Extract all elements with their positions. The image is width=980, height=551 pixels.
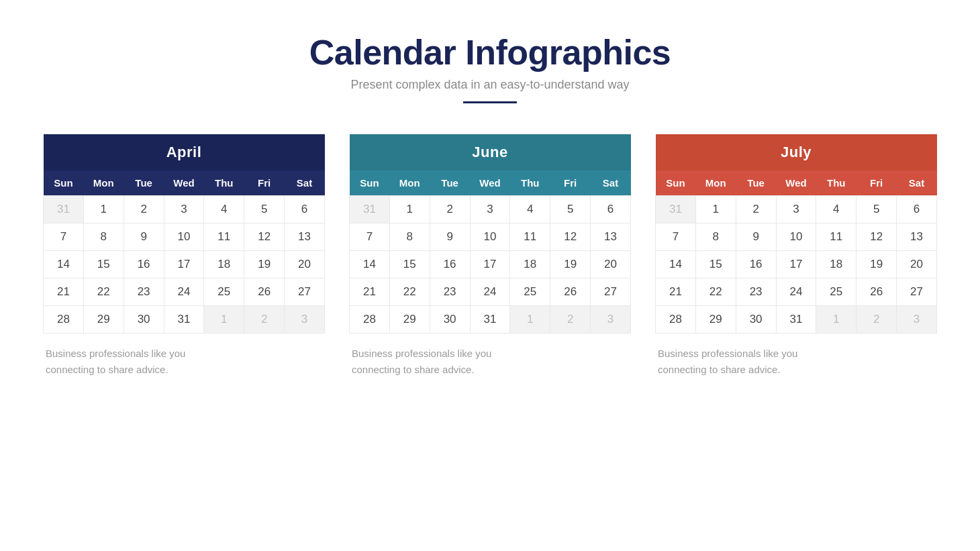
- calendars-row: AprilSunMonTueWedThuFriSat31123456789101…: [43, 134, 937, 378]
- date-cell-28: 28: [350, 306, 390, 334]
- date-cell-29: 29: [695, 306, 736, 334]
- day-header-Sun: Sun: [350, 170, 390, 196]
- date-cell-2: 2: [124, 196, 164, 223]
- date-cell-27: 27: [285, 279, 325, 306]
- date-cell-26: 26: [856, 279, 897, 306]
- date-cell-22: 22: [695, 279, 736, 306]
- date-cell-2: 2: [430, 196, 470, 223]
- month-label-april: April: [44, 134, 325, 170]
- date-cell-5: 5: [856, 196, 897, 223]
- week-row-3: 21222324252627: [350, 279, 631, 306]
- day-header-Tue: Tue: [736, 170, 776, 196]
- date-cell-29: 29: [389, 306, 430, 334]
- date-cell-3: 3: [285, 306, 325, 334]
- date-cell-5: 5: [550, 196, 591, 223]
- date-cell-31: 31: [164, 306, 204, 334]
- date-cell-7: 7: [656, 223, 696, 251]
- day-header-Thu: Thu: [510, 170, 550, 196]
- date-cell-31: 31: [776, 306, 816, 334]
- date-cell-10: 10: [164, 223, 204, 251]
- date-cell-2: 2: [550, 306, 591, 334]
- date-cell-15: 15: [695, 251, 736, 279]
- date-cell-13: 13: [285, 223, 325, 251]
- week-row-0: 31123456: [44, 196, 325, 223]
- calendar-caption-june: Business professionals like youconnectin…: [349, 346, 491, 378]
- week-row-1: 78910111213: [656, 223, 937, 251]
- day-header-Fri: Fri: [244, 170, 285, 196]
- date-cell-14: 14: [44, 251, 84, 279]
- page-title: Calendar Infographics: [309, 32, 671, 72]
- date-cell-29: 29: [83, 306, 124, 334]
- week-row-3: 21222324252627: [656, 279, 937, 306]
- date-cell-25: 25: [816, 279, 856, 306]
- day-header-Sat: Sat: [897, 170, 937, 196]
- week-row-4: 28293031123: [44, 306, 325, 334]
- date-cell-4: 4: [816, 196, 856, 223]
- day-header-Fri: Fri: [856, 170, 897, 196]
- date-cell-13: 13: [897, 223, 937, 251]
- date-cell-7: 7: [350, 223, 390, 251]
- date-cell-30: 30: [124, 306, 164, 334]
- date-cell-17: 17: [164, 251, 204, 279]
- date-cell-15: 15: [83, 251, 124, 279]
- date-cell-30: 30: [430, 306, 470, 334]
- date-cell-31: 31: [44, 196, 84, 223]
- divider: [463, 101, 517, 103]
- date-cell-8: 8: [83, 223, 124, 251]
- date-cell-16: 16: [736, 251, 776, 279]
- date-cell-24: 24: [470, 279, 510, 306]
- date-cell-1: 1: [389, 196, 430, 223]
- date-cell-9: 9: [736, 223, 776, 251]
- date-cell-27: 27: [591, 279, 631, 306]
- date-cell-1: 1: [695, 196, 736, 223]
- date-cell-16: 16: [124, 251, 164, 279]
- date-cell-25: 25: [204, 279, 244, 306]
- date-cell-20: 20: [897, 251, 937, 279]
- calendar-caption-july: Business professionals like youconnectin…: [655, 346, 797, 378]
- day-header-Tue: Tue: [430, 170, 470, 196]
- date-cell-19: 19: [244, 251, 285, 279]
- calendar-table-june: JuneSunMonTueWedThuFriSat311234567891011…: [349, 134, 631, 334]
- date-cell-21: 21: [656, 279, 696, 306]
- date-cell-21: 21: [44, 279, 84, 306]
- date-cell-30: 30: [736, 306, 776, 334]
- date-cell-1: 1: [816, 306, 856, 334]
- page-subtitle: Present complex data in an easy-to-under…: [309, 78, 671, 92]
- date-cell-4: 4: [510, 196, 550, 223]
- date-cell-18: 18: [510, 251, 550, 279]
- date-cell-8: 8: [695, 223, 736, 251]
- date-cell-12: 12: [856, 223, 897, 251]
- date-cell-6: 6: [591, 196, 631, 223]
- date-cell-31: 31: [470, 306, 510, 334]
- week-row-3: 21222324252627: [44, 279, 325, 306]
- date-cell-13: 13: [591, 223, 631, 251]
- date-cell-22: 22: [83, 279, 124, 306]
- date-cell-3: 3: [897, 306, 937, 334]
- date-cell-9: 9: [124, 223, 164, 251]
- calendar-table-april: AprilSunMonTueWedThuFriSat31123456789101…: [43, 134, 325, 334]
- date-cell-10: 10: [470, 223, 510, 251]
- date-cell-5: 5: [244, 196, 285, 223]
- date-cell-19: 19: [856, 251, 897, 279]
- day-header-Tue: Tue: [124, 170, 164, 196]
- date-cell-28: 28: [656, 306, 696, 334]
- date-cell-6: 6: [897, 196, 937, 223]
- date-cell-20: 20: [285, 251, 325, 279]
- date-cell-17: 17: [470, 251, 510, 279]
- date-cell-24: 24: [776, 279, 816, 306]
- date-cell-23: 23: [124, 279, 164, 306]
- date-cell-26: 26: [550, 279, 591, 306]
- date-cell-23: 23: [430, 279, 470, 306]
- date-cell-19: 19: [550, 251, 591, 279]
- week-row-4: 28293031123: [350, 306, 631, 334]
- day-header-Wed: Wed: [776, 170, 816, 196]
- date-cell-15: 15: [389, 251, 430, 279]
- date-cell-10: 10: [776, 223, 816, 251]
- month-label-june: June: [350, 134, 631, 170]
- date-cell-3: 3: [591, 306, 631, 334]
- calendar-caption-april: Business professionals like youconnectin…: [43, 346, 185, 378]
- date-cell-12: 12: [550, 223, 591, 251]
- day-header-Mon: Mon: [83, 170, 124, 196]
- date-cell-7: 7: [44, 223, 84, 251]
- date-cell-2: 2: [244, 306, 285, 334]
